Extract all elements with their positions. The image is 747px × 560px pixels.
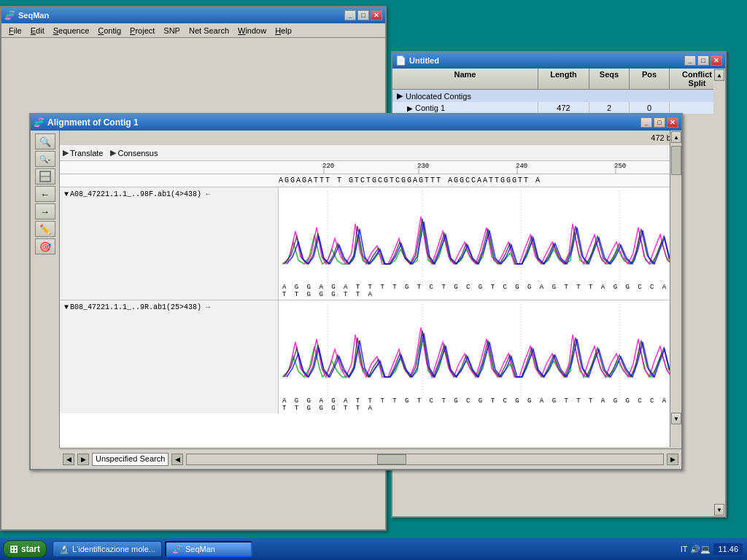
alignment-status-bar: ◀ ▶ Unspecified Search ◀ ▶ <box>60 448 681 469</box>
align-scroll-up-btn[interactable]: ▲ <box>671 131 681 143</box>
edit-tool-button[interactable]: ✏️ <box>35 221 55 237</box>
horizontal-scrollbar[interactable] <box>186 454 664 465</box>
consensus-bases: AGGAGATTT T GTCTGCGTCGGAGTTT AGGCCAATTGG… <box>279 176 541 184</box>
untitled-minimize-button[interactable]: _ <box>684 55 696 66</box>
menu-edit[interactable]: Edit <box>26 26 49 36</box>
seqman-icon: 🧬 <box>4 10 15 20</box>
contig-pos: 0 <box>630 102 670 114</box>
consensus-sequence-row: AGGAGATTT T GTCTGCGTCGGAGTTT AGGCCAATTGG… <box>60 174 681 187</box>
seq2-bases: A G G A G A T T T T G T C T G C G T C G … <box>282 397 681 412</box>
seq1-bases: A G G A G A T T T T G T C T G C G T C G … <box>282 284 681 298</box>
alignment-minimize-button[interactable]: _ <box>640 117 652 128</box>
maximize-button[interactable]: □ <box>357 10 369 20</box>
h-scroll-thumb[interactable] <box>377 454 406 464</box>
arrow-right-button[interactable]: → <box>35 203 55 219</box>
taskbar-running-items: 🔬 L'identificazione mole... 🧬 SeqMan <box>53 541 252 557</box>
seqman-window-controls: _ □ ✕ <box>344 10 382 20</box>
vertical-toolbar: 🔍 🔍- ← → ✏️ 🎯 <box>31 131 60 448</box>
menu-sequence[interactable]: Sequence <box>49 26 94 36</box>
alignment-close-button[interactable]: ✕ <box>667 117 678 128</box>
scroll-down-btn[interactable]: ▼ <box>714 504 724 516</box>
chromatogram2-svg <box>282 304 681 399</box>
menu-net-search[interactable]: Net Search <box>185 26 233 36</box>
consensus-toggle[interactable]: ▶ Consensus <box>110 148 158 158</box>
seq1-label-area: ▼ A08_47221.1.1_..98F.ab1(4>438) ← <box>60 187 279 300</box>
consensus-arrow-icon: ▶ <box>110 148 116 158</box>
alignment-vscrollbar[interactable]: ▲ ▼ <box>670 131 681 447</box>
alignment-maximize-button[interactable]: □ <box>654 117 665 128</box>
language-indicator: IT <box>681 545 688 553</box>
menu-file[interactable]: File <box>4 26 26 36</box>
untitled-title: Untitled <box>409 56 439 65</box>
align-scroll-down-btn[interactable]: ▼ <box>671 413 681 424</box>
unlocated-contigs-section: ▶ Unlocated Contigs <box>392 90 725 102</box>
taskbar-item-icon-1: 🔬 <box>59 545 69 554</box>
menu-snp[interactable]: SNP <box>159 26 185 36</box>
section-expand-icon[interactable]: ▶ <box>397 91 403 101</box>
alignment-window-controls: _ □ ✕ <box>640 117 678 128</box>
start-button[interactable]: ⊞ start <box>3 540 47 558</box>
target-button[interactable]: 🎯 <box>35 238 55 254</box>
seq1-expand-icon[interactable]: ▼ <box>64 190 69 198</box>
ruler: 220 230 240 250 <box>60 161 681 174</box>
seq2-label: B08_47221.1.1_..9R.ab1(25>438) <box>70 303 201 311</box>
seq1-arrow-icon: ← <box>206 190 210 198</box>
col-seqs: Seqs <box>589 69 630 89</box>
alignment-title-bar: 🧬 Alignment of Contig 1 _ □ ✕ <box>31 114 681 131</box>
scroll-left-btn[interactable]: ◀ <box>63 454 74 465</box>
translate-toggle[interactable]: ▶ Translate <box>63 148 103 158</box>
taskbar-seqman-item[interactable]: 🧬 SeqMan <box>165 541 252 557</box>
menu-bar: File Edit Sequence Contig Project SNP Ne… <box>1 23 385 38</box>
start-label: start <box>21 544 40 554</box>
alignment-title: Alignment of Contig 1 <box>47 117 139 128</box>
seq1-label-row: ▼ A08_47221.1.1_..98F.ab1(4>438) ← <box>64 190 274 198</box>
scale-tool[interactable] <box>35 168 55 184</box>
bp-info-bar: 472 bp <box>60 131 681 145</box>
scroll-up-btn[interactable]: ▲ <box>714 69 724 81</box>
chromatogram1-svg <box>282 191 681 286</box>
taskbar-identificazione-item[interactable]: 🔬 L'identificazione mole... <box>53 541 162 557</box>
search-prev-btn[interactable]: ◀ <box>171 454 183 465</box>
arrow-left-button[interactable]: ← <box>35 186 55 202</box>
seq2-chromatogram: A G G A G A T T T T G T C T G C G T C G … <box>279 300 681 413</box>
contig-name: ▶ Contig 1 <box>392 102 538 114</box>
untitled-title-bar: 📄 Untitled _ □ ✕ <box>392 52 725 69</box>
windows-logo-icon: ⊞ <box>9 543 18 555</box>
untitled-window-controls: _ □ ✕ <box>684 55 722 66</box>
h-scroll-right-btn[interactable]: ▶ <box>667 454 678 465</box>
table-header: Name Length Seqs Pos Conflict Split <box>392 69 725 90</box>
consensus-label: Consensus <box>117 149 158 158</box>
taskbar-item-icon-2: 🧬 <box>172 545 182 554</box>
untitled-vscrollbar[interactable]: ▲ ▼ <box>713 69 725 516</box>
seq1-label: A08_47221.1.1_..98F.ab1(4>438) <box>70 190 201 198</box>
search-field[interactable]: Unspecified Search <box>92 453 169 466</box>
seq1-section: ▼ A08_47221.1.1_..98F.ab1(4>438) ← <box>60 187 681 300</box>
menu-contig[interactable]: Contig <box>93 26 125 36</box>
contig-length: 472 <box>538 102 589 114</box>
seqman-title: SeqMan <box>18 11 49 20</box>
align-scroll-thumb[interactable] <box>671 146 681 175</box>
menu-project[interactable]: Project <box>125 26 159 36</box>
minimize-button[interactable]: _ <box>344 10 356 20</box>
taskbar-item-label-2: SeqMan <box>185 545 215 553</box>
alignment-icon: 🧬 <box>34 117 44 128</box>
untitled-close-button[interactable]: ✕ <box>711 55 722 66</box>
zoom-out-button[interactable]: 🔍- <box>35 151 55 167</box>
zoom-in-button[interactable]: 🔍 <box>35 133 55 149</box>
seq2-section: ▼ B08_47221.1.1_..9R.ab1(25>438) → <box>60 300 681 413</box>
contig-1-row[interactable]: ▶ Contig 1 472 2 0 <box>392 102 725 114</box>
translate-label: Translate <box>70 149 103 158</box>
translate-consensus-bar: ▶ Translate ▶ Consensus <box>60 145 681 161</box>
menu-window[interactable]: Window <box>233 26 271 36</box>
section-label: Unlocated Contigs <box>406 92 471 101</box>
close-button[interactable]: ✕ <box>371 10 382 20</box>
col-pos: Pos <box>630 69 670 89</box>
scroll-right-btn[interactable]: ▶ <box>77 454 89 465</box>
alignment-content: 472 bp ▶ Translate ▶ Consensus 220 230 2… <box>60 131 681 447</box>
untitled-maximize-button[interactable]: □ <box>697 55 709 66</box>
taskbar-item-label-1: L'identificazione mole... <box>72 545 155 553</box>
alignment-window: 🧬 Alignment of Contig 1 _ □ ✕ 🔍 🔍- ← → ✏… <box>29 113 683 470</box>
seq2-label-row: ▼ B08_47221.1.1_..9R.ab1(25>438) → <box>64 303 274 311</box>
seq2-expand-icon[interactable]: ▼ <box>64 303 69 311</box>
menu-help[interactable]: Help <box>271 26 296 36</box>
